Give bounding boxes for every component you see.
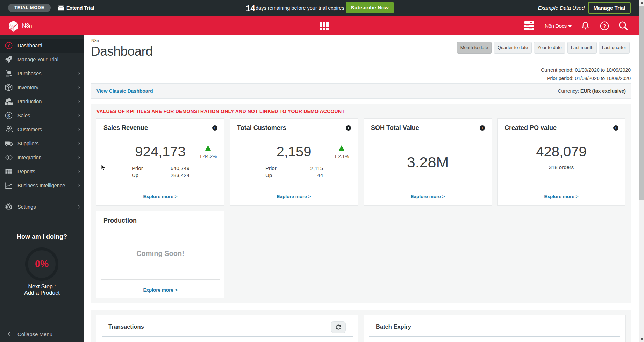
svg-text:$: $ [7, 113, 10, 118]
svg-text:?: ? [603, 23, 606, 29]
